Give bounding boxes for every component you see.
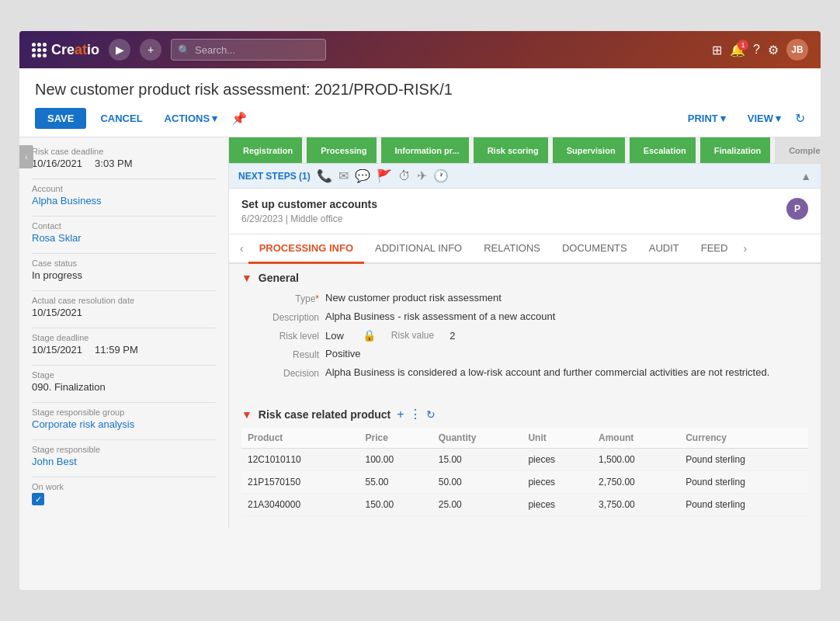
play-button[interactable]: ▶ <box>109 39 130 61</box>
flag-icon[interactable]: 🚩 <box>377 168 392 183</box>
risk-deadline-label: Risk case deadline <box>32 147 216 156</box>
task-icon[interactable]: ⏱ <box>398 169 411 183</box>
col-product: Product <box>241 428 359 449</box>
tab-prev-button[interactable]: ‹ <box>235 236 248 261</box>
stage-processing[interactable]: Processing <box>307 137 376 164</box>
general-section-title: General <box>259 272 299 284</box>
more-options-icon[interactable]: ⋮ <box>409 407 422 422</box>
stage-registration[interactable]: Registration <box>229 137 302 164</box>
tab-additional-info[interactable]: ADDITIONAL INFO <box>364 234 473 264</box>
risk-value: 2 <box>450 330 455 342</box>
pin-icon[interactable]: 📌 <box>231 111 247 126</box>
stage-value: 090. Finalization <box>32 381 216 393</box>
contact-value[interactable]: Rosa Sklar <box>32 232 216 244</box>
activity-area: Set up customer accounts 6/29/2023 | Mid… <box>229 189 821 234</box>
tab-processing-info[interactable]: PROCESSING INFO <box>248 234 364 264</box>
on-work-checkbox[interactable] <box>32 493 44 505</box>
avatar[interactable]: JB <box>786 39 808 61</box>
refresh-product-icon[interactable]: ↻ <box>426 408 436 421</box>
tab-audit[interactable]: AUDIT <box>638 234 690 264</box>
settings-icon[interactable]: ⚙ <box>768 43 779 57</box>
add-button[interactable]: + <box>140 39 161 61</box>
col-price: Price <box>359 428 432 449</box>
type-value: New customer product risk assessment <box>325 292 808 304</box>
table-row: 12C1010110 100.00 15.00 pieces 1,500.00 … <box>241 449 808 471</box>
search-box: 🔍 <box>171 39 326 61</box>
right-panel: Registration Processing Information pr..… <box>229 137 821 529</box>
product-table: Product Price Quantity Unit Amount Curre… <box>241 428 808 516</box>
next-steps-bar: NEXT STEPS (1) 📞 ✉ 💬 🚩 ⏱ ✈ 🕐 ▲ <box>229 164 821 189</box>
refresh-icon[interactable]: ↻ <box>795 111 805 126</box>
type-row: Type New customer product risk assessmen… <box>241 292 808 304</box>
type-label: Type <box>241 292 319 304</box>
product-section: ▼ Risk case related product + ⋮ ↻ Produc… <box>229 401 821 529</box>
sidebar: ‹ Risk case deadline 10/16/2021 3:03 PM … <box>19 137 229 529</box>
sidebar-toggle[interactable]: ‹ <box>19 145 33 168</box>
send-icon[interactable]: ✈ <box>417 168 427 183</box>
phone-icon[interactable]: 📞 <box>317 168 332 183</box>
logo: Creatio <box>32 42 99 58</box>
bell-icon[interactable]: 🔔 1 <box>730 43 745 57</box>
cell-amount: 1,500.00 <box>592 449 679 471</box>
activity-title: Set up customer accounts <box>241 198 377 210</box>
stage-finalization[interactable]: Finalization <box>700 137 771 164</box>
stage-responsible-value[interactable]: John Best <box>32 456 216 467</box>
product-actions: + ⋮ ↻ <box>397 407 435 422</box>
risk-deadline-date: 10/16/2021 <box>32 158 82 169</box>
product-section-title: Risk case related product <box>259 408 390 421</box>
actions-button[interactable]: ACTIONS ▾ <box>157 108 226 129</box>
case-status-value: In progress <box>32 269 216 281</box>
search-input[interactable] <box>195 44 319 56</box>
chevron-down-icon: ▾ <box>720 113 726 124</box>
risk-level-label: Risk level <box>241 329 319 342</box>
contact-field: Contact Rosa Sklar <box>32 221 216 244</box>
main-layout: ‹ Risk case deadline 10/16/2021 3:03 PM … <box>19 137 821 529</box>
collapse-general-icon[interactable]: ▼ <box>241 272 252 284</box>
chat-icon[interactable]: 💬 <box>355 168 370 183</box>
tab-feed[interactable]: FEED <box>690 234 739 264</box>
cell-unit: pieces <box>522 494 592 516</box>
apps-icon[interactable]: ⊞ <box>712 43 722 57</box>
tab-documents[interactable]: DOCUMENTS <box>551 234 638 264</box>
description-value: Alpha Business - risk assessment of a ne… <box>325 310 808 322</box>
email-icon[interactable]: ✉ <box>338 168 349 183</box>
stage-supervision[interactable]: Supervision <box>553 137 625 164</box>
account-value[interactable]: Alpha Business <box>32 195 216 206</box>
stage-risk-scoring[interactable]: Risk scoring <box>474 137 548 164</box>
risk-value-label: Risk value <box>391 330 434 341</box>
cell-quantity: 25.00 <box>432 494 522 516</box>
help-icon[interactable]: ? <box>753 43 760 57</box>
risk-level-row: Risk level Low 🔒 Risk value 2 <box>241 329 808 342</box>
collapse-product-icon[interactable]: ▼ <box>241 408 252 421</box>
decision-row: Decision Alpha Business is considered a … <box>241 366 808 379</box>
stage-deadline-label: Stage deadline <box>32 333 216 342</box>
notification-badge: 1 <box>738 40 748 50</box>
actual-resolution-label: Actual case resolution date <box>32 296 216 305</box>
case-status-label: Case status <box>32 258 216 268</box>
stage-escalation[interactable]: Escalation <box>630 137 696 164</box>
tab-relations[interactable]: RELATIONS <box>473 234 551 264</box>
page-title: New customer product risk assessment: 20… <box>35 81 805 99</box>
stage-responsible-group-field: Stage responsible group Corporate risk a… <box>32 408 216 430</box>
risk-level-value: Low <box>325 330 344 342</box>
next-steps-left: NEXT STEPS (1) 📞 ✉ 💬 🚩 ⏱ ✈ 🕐 <box>238 168 449 183</box>
grid-icon <box>32 43 47 57</box>
actual-resolution-value: 10/15/2021 <box>32 307 216 318</box>
stage-responsible-group-value[interactable]: Corporate risk analysis <box>32 418 216 430</box>
next-steps-label[interactable]: NEXT STEPS (1) <box>238 171 311 182</box>
account-label: Account <box>32 184 216 193</box>
tab-bar: ‹ PROCESSING INFO ADDITIONAL INFO RELATI… <box>229 234 821 264</box>
chevron-down-icon: ▾ <box>776 113 781 124</box>
col-quantity: Quantity <box>432 428 522 449</box>
clock-icon[interactable]: 🕐 <box>433 168 449 183</box>
view-button[interactable]: VIEW ▾ <box>740 108 789 129</box>
cell-currency: Pound sterling <box>679 449 808 471</box>
print-button[interactable]: PRINT ▾ <box>680 108 734 129</box>
collapse-icon[interactable]: ▲ <box>800 170 811 182</box>
cancel-button[interactable]: CANCEL <box>92 108 150 129</box>
tab-next-button[interactable]: › <box>738 236 751 261</box>
stage-info[interactable]: Information pr... <box>381 137 469 164</box>
save-button[interactable]: SAVE <box>35 108 86 129</box>
stage-completed[interactable]: Completed <box>775 137 821 164</box>
add-product-button[interactable]: + <box>397 408 404 422</box>
